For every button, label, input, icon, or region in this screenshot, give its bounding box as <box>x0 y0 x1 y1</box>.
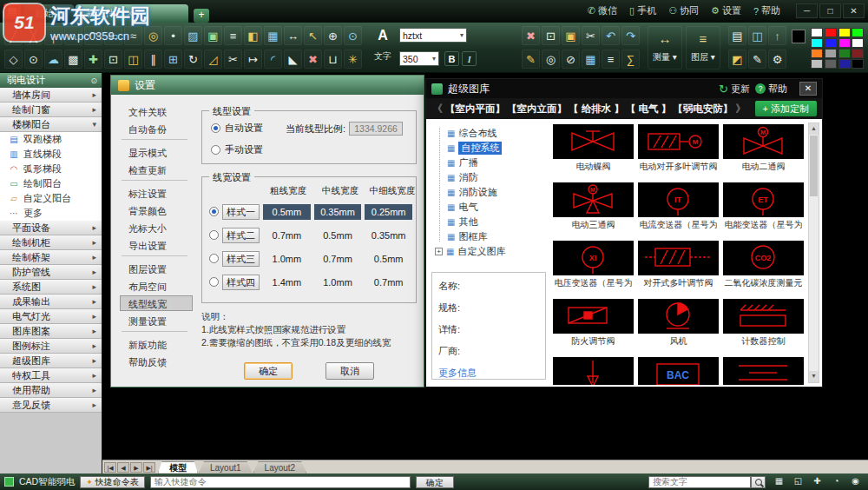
style-name-cell[interactable]: 样式四 <box>222 275 260 290</box>
library-item-5[interactable]: ET电能变送器（星号为 <box>723 182 804 230</box>
pin-icon[interactable]: ⊙ <box>90 76 97 85</box>
extend-icon[interactable]: ↦ <box>244 50 262 69</box>
region-icon[interactable]: ▣ <box>204 26 222 45</box>
linetype-scale-input[interactable] <box>349 122 403 136</box>
multiline-icon[interactable]: ≡ <box>224 26 242 45</box>
linewidth-style-row-1[interactable]: 样式二0.7mm0.5mm0.35mm <box>209 223 412 247</box>
properties-icon[interactable]: ◩ <box>728 50 746 69</box>
construction-line-icon[interactable]: ╳ <box>24 26 43 45</box>
wipeout-icon[interactable]: ▩ <box>64 50 82 69</box>
close-button[interactable]: ✕ <box>799 82 817 96</box>
manual-setting-row[interactable]: 手动设置 <box>211 143 263 156</box>
search-icon[interactable] <box>751 476 766 488</box>
text-tool-button[interactable]: A 文字 <box>372 26 394 63</box>
titlebar-collab-button[interactable]: ⚇协同 <box>668 4 699 17</box>
titlebar-wechat-button[interactable]: ✆微信 <box>588 4 617 17</box>
library-item-7[interactable]: 对开式多叶调节阀 <box>638 241 719 288</box>
tree-item-8[interactable]: +▦自定义图库 <box>435 244 546 259</box>
redo-icon[interactable]: ↷ <box>621 26 640 45</box>
linewidth-style-row-3[interactable]: 样式四1.4mm1.0mm0.7mm <box>209 270 412 294</box>
settings-nav-item-3[interactable]: 检查更新 <box>120 162 193 177</box>
style-name-cell[interactable]: 样式三 <box>222 251 260 267</box>
library-item-6[interactable]: XI电压变送器（星号为 <box>553 241 634 288</box>
linewidth-style-row-0[interactable]: 样式一0.5mm0.35mm0.25mm <box>209 200 412 223</box>
cancel-button[interactable]: 取消 <box>326 362 374 380</box>
command-ok-button[interactable]: 确定 <box>416 476 454 488</box>
block-icon[interactable]: ◧ <box>244 26 262 45</box>
brush-icon[interactable]: ✎ <box>748 50 766 69</box>
sidebar-subitem-5[interactable]: ◠弧形梯段 <box>0 162 102 176</box>
color-swatch-7[interactable] <box>852 38 864 48</box>
settings-nav-item-10[interactable]: 线型线宽 <box>120 295 193 311</box>
point-icon[interactable]: • <box>164 26 182 45</box>
library-item-12[interactable] <box>553 357 634 385</box>
color-swatch-8[interactable] <box>811 49 823 58</box>
titlebar-settings-button[interactable]: ⚙设置 <box>711 4 741 17</box>
command-input[interactable] <box>150 476 411 488</box>
bold-button[interactable]: B <box>444 51 459 66</box>
style-radio-3[interactable] <box>209 277 219 287</box>
last-tab-scroll-button[interactable]: ▶| <box>143 462 155 473</box>
current-color-swatch[interactable] <box>792 30 806 43</box>
print-icon[interactable]: ▤ <box>728 26 746 45</box>
ellipse-icon[interactable]: ⊙ <box>24 50 43 69</box>
settings-nav-item-1[interactable]: 自动备份 <box>120 121 193 136</box>
color-swatch-1[interactable] <box>825 28 837 37</box>
library-item-4[interactable]: IT电流变送器（星号为 <box>638 182 719 230</box>
sidebar-item-16[interactable]: 图库图案▸ <box>0 324 102 339</box>
library-item-13[interactable]: BAC <box>638 357 719 385</box>
help-button[interactable]: ? 帮助 <box>755 83 787 96</box>
scroll-up-icon[interactable]: ▲ <box>809 123 819 135</box>
titlebar-help-button[interactable]: ?帮助 <box>753 4 780 17</box>
purge-icon[interactable]: ⊘ <box>562 50 580 69</box>
tree-item-7[interactable]: ▦图框库 <box>435 229 546 244</box>
circle-icon[interactable]: ○ <box>64 26 82 45</box>
options-icon[interactable]: ⚙ <box>768 50 786 69</box>
copy-icon[interactable]: ⊡ <box>104 50 122 69</box>
grid-display-icon[interactable]: ▦ <box>772 475 786 488</box>
revision-cloud-icon[interactable]: ☁ <box>44 50 62 69</box>
sidebar-subitem-8[interactable]: ⋯更多 <box>0 206 102 221</box>
trim-icon[interactable]: ✂ <box>224 50 242 69</box>
library-item-14[interactable] <box>723 357 804 385</box>
next-tab-scroll-button[interactable]: ▶ <box>130 462 142 473</box>
color-swatch-4[interactable] <box>811 38 823 48</box>
scroll-down-icon[interactable]: ▼ <box>809 371 819 382</box>
settings-nav-item-5[interactable]: 背景颜色 <box>120 202 193 218</box>
tolerance-icon[interactable]: ⊕ <box>324 26 342 45</box>
undo-icon[interactable]: ↶ <box>602 26 620 45</box>
color-swatch-0[interactable] <box>811 28 823 37</box>
leader-icon[interactable]: ↖ <box>304 26 322 45</box>
sidebar-subitem-6[interactable]: ▭绘制阳台 <box>0 176 102 191</box>
preview-icon[interactable]: ◫ <box>748 26 766 45</box>
library-item-11[interactable]: 计数器控制 <box>723 299 804 347</box>
manual-setting-radio[interactable] <box>211 145 220 155</box>
library-item-8[interactable]: CO2二氧化碳浓度测量元 <box>723 241 804 288</box>
quick-calc-icon[interactable]: ∑ <box>621 50 640 69</box>
scale-icon[interactable]: ◿ <box>204 50 222 69</box>
array-icon[interactable]: ⊞ <box>164 50 182 69</box>
settings-nav-item-0[interactable]: 文件关联 <box>120 103 193 119</box>
tree-item-6[interactable]: ▦其他 <box>435 215 546 229</box>
prev-tab-scroll-button[interactable]: ◀ <box>117 462 129 473</box>
library-item-9[interactable]: 防火调节阀 <box>553 299 634 347</box>
library-item-0[interactable]: 电动蝶阀 <box>553 124 634 172</box>
screen-icon[interactable]: ◱ <box>791 475 806 488</box>
file-tab-0[interactable]: 起始页 <box>24 4 74 23</box>
sidebar-item-19[interactable]: 特权工具▸ <box>0 368 102 383</box>
style-radio-1[interactable] <box>209 230 219 240</box>
new-tab-button[interactable]: + <box>194 9 209 23</box>
italic-button[interactable]: I <box>462 51 477 66</box>
app-menu-button[interactable]: ▤ <box>3 3 21 19</box>
line-icon[interactable]: ╱ <box>4 26 23 45</box>
maximize-button[interactable]: □ <box>819 3 841 18</box>
rectangle-icon[interactable]: ▭ <box>104 26 122 45</box>
sidebar-subitem-4[interactable]: ▥直线梯段 <box>0 147 102 162</box>
color-swatch-2[interactable] <box>838 28 851 37</box>
settings-nav-item-7[interactable]: 导出设置 <box>120 237 193 253</box>
donut-icon[interactable]: ◎ <box>144 26 162 45</box>
hatch-icon[interactable]: ▨ <box>184 26 202 45</box>
sidebar-item-9[interactable]: 平面设备▸ <box>0 221 102 235</box>
group-icon[interactable]: ▦ <box>582 50 600 69</box>
find-icon[interactable]: ◎ <box>542 50 560 69</box>
